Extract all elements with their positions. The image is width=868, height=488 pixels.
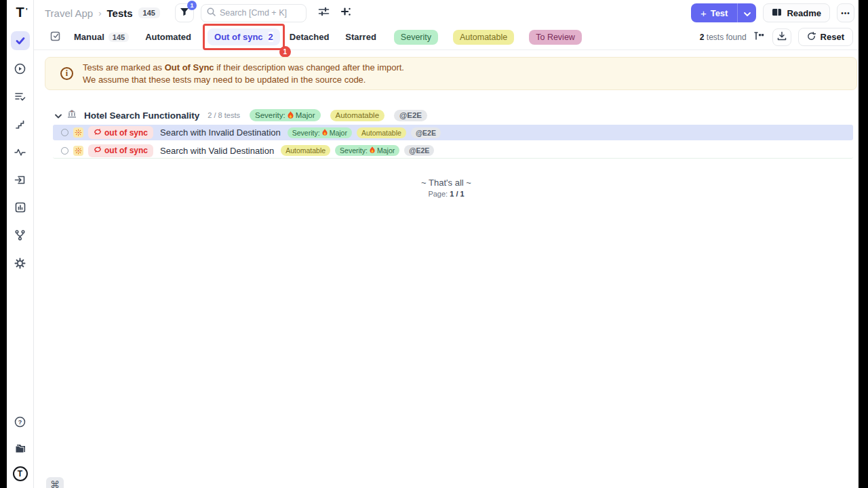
new-test-button[interactable]: + Test — [691, 3, 738, 22]
new-test-button-label: Test — [711, 8, 728, 18]
test-severity-badge[interactable]: Severity: Major — [335, 145, 399, 156]
bulk-select-button[interactable] — [50, 31, 62, 43]
gear-icon — [14, 258, 26, 269]
flame-icon — [370, 146, 375, 155]
info-banner-text: Tests are marked as Out of Sync if their… — [83, 62, 404, 86]
out-of-sync-badge: out of sync — [88, 144, 153, 157]
test-title[interactable]: Search with Valid Destination — [160, 146, 274, 156]
suite-severity-badge[interactable]: Severity: Major — [250, 109, 321, 121]
test-row[interactable]: out of sync Search with Invalid Destinat… — [53, 125, 853, 140]
export-button[interactable] — [772, 28, 791, 46]
readme-button[interactable]: Readme — [763, 3, 830, 22]
breadcrumb-separator: › — [98, 8, 101, 18]
pagination-text: Page: 1 / 1 — [34, 190, 859, 198]
view-settings-button[interactable] — [316, 5, 332, 21]
new-test-dropdown-button[interactable] — [737, 3, 756, 22]
download-icon — [777, 31, 787, 43]
test-status-circle-icon[interactable] — [61, 129, 68, 136]
readme-button-label: Readme — [787, 8, 821, 18]
refresh-icon — [807, 32, 816, 43]
command-shortcut-button[interactable]: ⌘ — [46, 477, 64, 488]
tab-detached[interactable]: Detached — [290, 32, 330, 42]
tab-automated[interactable]: Automated — [145, 32, 191, 42]
git-branch-icon — [15, 230, 25, 241]
tab-manual[interactable]: Manual 145 — [74, 32, 129, 42]
tab-manual-label: Manual — [74, 32, 104, 42]
chevron-down-icon — [55, 109, 62, 121]
test-row[interactable]: out of sync Search with Valid Destinatio… — [53, 143, 853, 159]
flame-icon — [322, 129, 328, 137]
sidebar-item-pulse[interactable] — [11, 142, 30, 161]
banner-line1-bold: Out of Sync — [165, 62, 214, 73]
tab-out-of-sync[interactable]: Out of sync 2 — [208, 28, 280, 45]
results-count-label: tests found — [707, 33, 747, 42]
sync-arrows-icon — [94, 128, 102, 138]
sidebar-item-import[interactable] — [11, 170, 30, 189]
sidebar-item-settings[interactable] — [11, 253, 30, 272]
filter-pill-severity[interactable]: Severity — [394, 30, 438, 45]
ai-assistant-button[interactable] — [338, 5, 354, 21]
test-tag-badge[interactable]: @E2E — [411, 127, 441, 138]
tree-view-toggle-button[interactable] — [753, 32, 766, 43]
sidebar-item-plans[interactable] — [11, 87, 30, 106]
sidebar-item-tests[interactable] — [11, 31, 30, 50]
check-icon — [15, 35, 26, 46]
tab-out-of-sync-wrapper: Out of sync 2 1 — [208, 28, 280, 45]
test-automatable-badge[interactable]: Automatable — [281, 145, 330, 156]
app-logo-icon[interactable]: T' — [16, 4, 24, 20]
filter-pill-automatable[interactable]: Automatable — [453, 30, 514, 45]
sidebar-item-analytics[interactable] — [11, 198, 30, 217]
help-button[interactable]: ? — [11, 412, 30, 431]
sync-arrows-icon — [94, 146, 102, 155]
testomat-logo-icon[interactable]: T — [13, 466, 28, 481]
suite-title[interactable]: Hotel Search Functionality — [84, 110, 199, 121]
page-title: Tests — [107, 7, 133, 19]
reset-button[interactable]: Reset — [798, 28, 853, 46]
severity-value: Major — [330, 129, 347, 137]
sidebar-item-runs[interactable] — [11, 59, 30, 78]
filter-button[interactable]: 1 — [175, 3, 194, 22]
test-automatable-badge[interactable]: Automatable — [357, 127, 406, 138]
app-window: T' — [7, 0, 859, 488]
severity-value: Major — [377, 146, 395, 155]
new-test-split-button: + Test — [691, 3, 757, 22]
sparkler-emoji-icon — [73, 127, 83, 138]
breadcrumb-project[interactable]: Travel App — [45, 7, 93, 19]
more-options-button[interactable]: ••• — [837, 3, 854, 22]
flame-icon — [288, 111, 294, 120]
main-area: Travel App › Tests 145 1 — [34, 0, 859, 488]
suite-test-count: 2 / 8 tests — [208, 111, 240, 119]
tab-starred[interactable]: Starred — [345, 32, 376, 42]
search-input[interactable] — [220, 8, 300, 18]
tab-out-of-sync-label: Out of sync — [214, 32, 263, 42]
top-bar: Travel App › Tests 145 1 — [34, 1, 859, 24]
severity-prefix: Severity: — [340, 146, 368, 155]
content-area: i Tests are marked as Out of Sync if the… — [34, 50, 859, 488]
suite-row: Hotel Search Functionality 2 / 8 tests S… — [55, 108, 859, 122]
suite-tag-badge[interactable]: @E2E — [394, 110, 427, 121]
suite-automatable-badge[interactable]: Automatable — [330, 110, 385, 121]
sidebar-item-steps[interactable] — [11, 115, 30, 134]
end-of-list-text: ~ That's all ~ — [34, 178, 859, 188]
test-status-circle-icon[interactable] — [61, 147, 68, 155]
tab-detached-label: Detached — [290, 32, 330, 42]
reset-button-label: Reset — [821, 32, 844, 42]
test-tag-badge[interactable]: @E2E — [404, 145, 434, 156]
out-of-sync-badge: out of sync — [88, 126, 153, 139]
test-title[interactable]: Search with Invalid Destination — [160, 127, 281, 138]
search-box[interactable] — [201, 4, 307, 22]
svg-text:?: ? — [18, 418, 22, 425]
filter-pill-to-review[interactable]: To Review — [529, 30, 582, 45]
sidebar-item-branches[interactable] — [11, 226, 30, 245]
severity-prefix: Severity: — [292, 129, 320, 137]
book-icon — [772, 8, 782, 18]
docs-button[interactable] — [11, 439, 30, 458]
suite-collapse-button[interactable] — [55, 109, 62, 121]
tab-starred-label: Starred — [345, 32, 376, 42]
info-banner: i Tests are marked as Out of Sync if the… — [45, 57, 857, 90]
out-of-sync-label: out of sync — [104, 146, 148, 155]
banner-line1-pre: Tests are marked as — [83, 62, 165, 73]
chevron-down-icon — [744, 7, 751, 19]
test-severity-badge[interactable]: Severity: Major — [288, 127, 352, 138]
sidebar: T' — [7, 0, 34, 488]
